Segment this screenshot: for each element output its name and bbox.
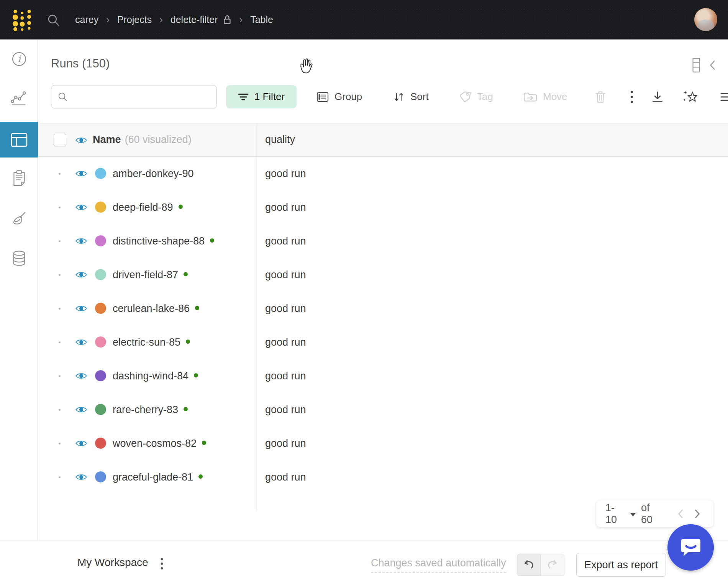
visibility-eye-icon[interactable] (75, 271, 87, 279)
page-range[interactable]: 1-10 (605, 502, 626, 526)
run-name[interactable]: electric-sun-85 (113, 336, 180, 348)
visibility-eye-icon[interactable] (75, 203, 87, 212)
download-button[interactable] (651, 85, 664, 108)
run-name[interactable]: amber-donkey-90 (113, 168, 194, 179)
table-row[interactable]: woven-cosmos-82 good run (0, 427, 728, 460)
drag-handle-dot[interactable] (59, 173, 61, 175)
breadcrumb-table[interactable]: Table (250, 14, 273, 25)
run-name[interactable]: graceful-glade-81 (113, 471, 193, 483)
drag-handle-dot[interactable] (59, 207, 61, 208)
table-row[interactable]: distinctive-shape-88 good run (0, 224, 728, 258)
run-active-dot (194, 373, 198, 377)
sidebar-item-overview[interactable]: i (0, 45, 38, 73)
redo-button[interactable] (541, 554, 564, 576)
table-row[interactable]: graceful-glade-81 good run (0, 460, 728, 494)
row-density-icon[interactable] (692, 57, 700, 73)
visibility-eye-icon[interactable] (75, 237, 87, 245)
drag-handle-dot[interactable] (59, 240, 61, 242)
search-icon[interactable] (47, 13, 61, 27)
move-button[interactable]: Move (523, 85, 567, 108)
pagination: 1-10 of 60 (596, 500, 713, 527)
visibility-eye-icon[interactable] (75, 473, 87, 481)
run-quality: good run (265, 471, 306, 483)
workspace-selector[interactable]: My Workspace (77, 556, 148, 569)
export-report-button[interactable]: Export as report (576, 553, 666, 577)
run-quality: good run (265, 168, 306, 180)
run-name[interactable]: rare-cherry-83 (113, 404, 178, 415)
wandb-logo-icon[interactable] (11, 8, 33, 31)
run-name[interactable]: cerulean-lake-86 (113, 303, 190, 314)
run-name[interactable]: dashing-wind-84 (113, 370, 189, 382)
drag-handle-dot[interactable] (59, 476, 61, 478)
run-quality: good run (265, 235, 306, 247)
table-header: Name(60 visualized) quality (0, 123, 728, 157)
drag-handle-dot[interactable] (59, 409, 61, 411)
visibility-eye-icon[interactable] (75, 372, 87, 380)
sidebar-item-artifacts[interactable] (0, 244, 38, 272)
run-name[interactable]: deep-field-89 (113, 202, 173, 213)
visibility-eye-icon[interactable] (75, 169, 87, 178)
delete-button[interactable] (595, 85, 606, 108)
visibility-eye-icon[interactable] (75, 405, 87, 414)
sidebar-item-reports[interactable] (0, 164, 38, 192)
table-row[interactable]: deep-field-89 good run (0, 190, 728, 224)
filter-button[interactable]: 1 Filter (226, 85, 297, 108)
move-folder-icon (523, 91, 537, 103)
visibility-eye-icon[interactable] (75, 338, 87, 346)
run-color-dot (95, 303, 106, 314)
visibility-eye-icon[interactable] (75, 136, 87, 144)
drag-handle-dot[interactable] (59, 274, 61, 276)
chat-launcher-button[interactable] (667, 524, 714, 571)
prev-page-button[interactable] (674, 509, 687, 519)
tag-button[interactable]: Tag (459, 85, 493, 108)
table-row[interactable]: cerulean-lake-86 good run (0, 292, 728, 325)
undo-icon (523, 559, 535, 571)
run-name[interactable]: distinctive-shape-88 (113, 235, 205, 247)
table-row[interactable]: dashing-wind-84 good run (0, 359, 728, 393)
page-size-dropdown-icon[interactable] (630, 513, 636, 517)
drag-handle-dot[interactable] (59, 375, 61, 377)
sort-button[interactable]: Sort (393, 85, 429, 108)
drag-handle-dot[interactable] (59, 308, 61, 310)
table-row[interactable]: amber-donkey-90 good run (0, 157, 728, 190)
run-color-dot (95, 404, 106, 415)
sidebar: i (0, 39, 38, 541)
drag-handle-dot[interactable] (59, 443, 61, 445)
group-button[interactable]: Group (316, 85, 362, 108)
run-quality: good run (265, 269, 306, 281)
runs-count-title: Runs (150) (51, 57, 110, 71)
select-all-checkbox[interactable] (54, 134, 66, 146)
run-name[interactable]: driven-field-87 (113, 269, 178, 281)
bottombar: My Workspace Changes saved automatically… (0, 541, 728, 584)
drag-handle-dot[interactable] (59, 341, 61, 343)
visibility-eye-icon[interactable] (75, 304, 87, 313)
breadcrumb-project[interactable]: delete-filter (171, 14, 218, 25)
breadcrumb-projects[interactable]: Projects (117, 14, 152, 25)
runs-search-input[interactable] (72, 85, 216, 108)
breadcrumb-entity[interactable]: carey (75, 14, 98, 25)
search-icon (57, 92, 68, 102)
run-quality: good run (265, 336, 306, 348)
panel-menu-icon[interactable] (720, 85, 728, 108)
undo-button[interactable] (517, 554, 541, 576)
sidebar-item-runs-table[interactable] (0, 122, 38, 157)
autosave-status[interactable]: Changes saved automatically (371, 557, 506, 573)
name-column-header[interactable]: Name(60 visualized) (93, 134, 192, 146)
table-row[interactable]: driven-field-87 good run (0, 258, 728, 292)
table-row[interactable]: electric-sun-85 good run (0, 325, 728, 359)
table-row[interactable]: rare-cherry-83 good run (0, 393, 728, 427)
runs-search-box (51, 85, 217, 108)
visibility-eye-icon[interactable] (75, 439, 87, 448)
automations-button[interactable] (682, 85, 699, 108)
user-avatar[interactable] (694, 8, 717, 31)
next-page-button[interactable] (690, 509, 704, 519)
run-name[interactable]: woven-cosmos-82 (113, 438, 197, 449)
sort-button-label: Sort (410, 91, 429, 103)
sidebar-item-workspace[interactable] (0, 85, 38, 112)
group-icon (316, 92, 329, 102)
sidebar-item-sweeps[interactable] (0, 205, 38, 233)
collapse-panel-icon[interactable] (709, 59, 717, 71)
more-options-button[interactable] (630, 85, 634, 108)
quality-column-header[interactable]: quality (265, 134, 295, 146)
workspace-menu-button[interactable] (159, 556, 165, 574)
